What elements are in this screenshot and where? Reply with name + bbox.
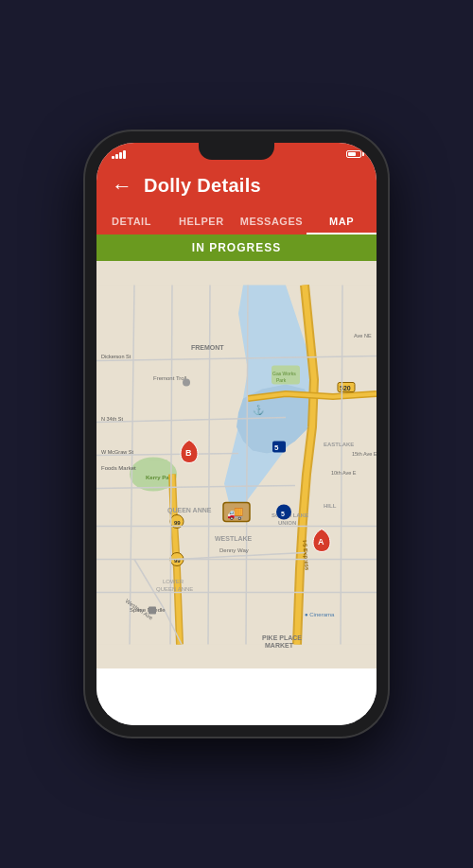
tab-detail[interactable]: DETAIL	[96, 208, 166, 234]
svg-text:HILL: HILL	[324, 503, 337, 509]
svg-text:15th Ave E: 15th Ave E	[352, 451, 377, 457]
svg-text:QUEEN ANNE: QUEEN ANNE	[167, 507, 212, 514]
svg-text:5: 5	[274, 443, 279, 452]
svg-text:10th Ave E: 10th Ave E	[331, 470, 357, 476]
map-svg: Kerry Park Gas Works Park I-5 Express 99…	[96, 261, 377, 668]
svg-text:EASTLAKE: EASTLAKE	[324, 442, 354, 447]
svg-point-44	[183, 379, 190, 387]
svg-text:🚚: 🚚	[227, 505, 244, 521]
status-badge: IN PROGRESS	[96, 234, 377, 261]
tab-map[interactable]: MAP	[307, 208, 377, 234]
phone-screen: 4:2 ← Dolly Details DETAIL HELPER MESSAG…	[96, 143, 377, 725]
svg-text:W McGraw St: W McGraw St	[101, 449, 133, 455]
svg-text:Ave NE: Ave NE	[354, 333, 372, 339]
svg-text:WESTLAKE: WESTLAKE	[215, 535, 253, 542]
svg-text:99: 99	[174, 558, 181, 564]
svg-text:B: B	[185, 448, 192, 458]
signal-area	[112, 150, 126, 159]
svg-text:Denny Way: Denny Way	[219, 547, 249, 553]
svg-text:LOWER: LOWER	[163, 579, 184, 584]
signal-icon	[112, 150, 126, 159]
svg-text:Space Needle: Space Needle	[130, 607, 166, 613]
svg-text:QUEEN ANNE: QUEEN ANNE	[156, 586, 193, 592]
tab-bar: DETAIL HELPER MESSAGES MAP	[96, 208, 377, 234]
phone-notch	[199, 143, 274, 160]
svg-text:MARKET: MARKET	[265, 642, 294, 649]
tab-messages[interactable]: MESSAGES	[236, 208, 307, 234]
battery-icon	[346, 150, 361, 158]
svg-text:Gas Works: Gas Works	[272, 371, 296, 376]
svg-text:Foods Market: Foods Market	[101, 465, 136, 471]
bottom-area	[96, 668, 377, 725]
page-title: Dolly Details	[144, 175, 261, 197]
app-header: ← Dolly Details	[96, 165, 377, 208]
tab-helper[interactable]: HELPER	[166, 208, 236, 234]
svg-text:N 34th St: N 34th St	[101, 416, 123, 422]
map-view[interactable]: Kerry Park Gas Works Park I-5 Express 99…	[96, 261, 377, 668]
svg-text:● Cinerama: ● Cinerama	[305, 612, 335, 617]
svg-text:A: A	[318, 537, 324, 547]
svg-text:99: 99	[174, 520, 181, 526]
svg-text:Dickerson St: Dickerson St	[101, 354, 131, 359]
svg-text:5: 5	[281, 511, 285, 517]
svg-text:⚓: ⚓	[253, 404, 265, 416]
svg-text:PIKE PLACE: PIKE PLACE	[262, 634, 302, 641]
phone-frame: 4:2 ← Dolly Details DETAIL HELPER MESSAG…	[85, 131, 388, 737]
svg-text:Park: Park	[276, 377, 287, 383]
svg-text:FREMONT: FREMONT	[191, 344, 224, 351]
svg-text:Fremont Troll: Fremont Troll	[153, 375, 186, 381]
back-button[interactable]: ←	[112, 176, 132, 197]
svg-rect-47	[149, 607, 156, 615]
svg-text:UNION: UNION	[278, 520, 296, 526]
battery-area	[346, 150, 361, 158]
